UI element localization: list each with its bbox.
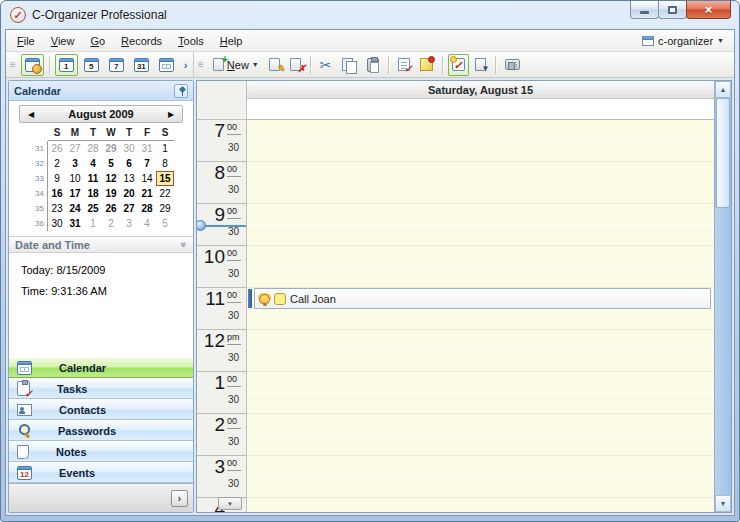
day-cell[interactable]: 14 [138,171,156,186]
day-cell[interactable]: 27 [66,141,84,156]
day-cell[interactable]: 26 [48,141,66,156]
day-cell[interactable]: 5 [102,156,120,171]
day-cell[interactable]: 28 [138,201,156,216]
day-cell[interactable]: 1 [156,141,174,156]
time-slot[interactable] [247,204,714,225]
delete-button[interactable]: ✗ [286,54,305,76]
day-cell[interactable]: 16 [48,186,66,201]
time-slot[interactable] [247,183,714,204]
day-cell[interactable]: 31 [138,141,156,156]
day-cell[interactable]: 26 [102,201,120,216]
day-cell[interactable]: 29 [102,141,120,156]
cut-button[interactable]: ✂ [316,54,336,76]
phone-dialer-button[interactable] [501,54,524,76]
toolbar-drag-handle-icon[interactable]: ≡ [198,59,204,70]
day-cell[interactable]: 30 [120,141,138,156]
day-cell[interactable]: 20 [120,186,138,201]
day-cell[interactable]: 11 [84,171,102,186]
pin-panel-button[interactable] [174,84,188,98]
menu-tools[interactable]: Tools [170,32,212,50]
day-cell[interactable]: 3 [66,156,84,171]
edit-button[interactable]: ✎ [265,54,284,76]
day-cell[interactable]: 3 [120,216,138,231]
day-cell[interactable]: 2 [48,156,66,171]
day-view-button[interactable]: 1 [55,54,78,76]
sidebar-item-tasks[interactable]: ✓Tasks [9,378,193,399]
scroll-up-button[interactable]: ▲ [715,81,731,98]
filter-button[interactable]: ▼ [471,54,490,76]
day-cell[interactable]: 8 [156,156,174,171]
time-slot[interactable] [247,267,714,288]
multi-day-view-button[interactable] [155,54,178,76]
scroll-time-down-button[interactable]: ▼ [218,497,242,510]
day-cell[interactable]: 12 [102,171,120,186]
minimize-button[interactable] [630,1,659,19]
menu-records[interactable]: Records [113,32,170,50]
day-cell[interactable]: 24 [66,201,84,216]
week-view-button[interactable]: 7 [105,54,128,76]
day-cell[interactable]: 6 [120,156,138,171]
new-button[interactable]: +New▼ [209,54,263,76]
time-slot[interactable] [247,309,714,330]
time-slot[interactable] [247,372,714,393]
paste-button[interactable] [363,54,383,76]
day-cell[interactable]: 18 [84,186,102,201]
expand-sidebar-button[interactable]: › [171,490,188,507]
day-cell[interactable]: 28 [84,141,102,156]
collapse-chevron-icon[interactable]: » [179,242,190,248]
time-slot[interactable] [247,141,714,162]
day-cell[interactable]: 5 [156,216,174,231]
time-slot[interactable] [247,330,714,351]
next-month-button[interactable]: ▶ [160,110,182,119]
day-cell[interactable]: 27 [120,201,138,216]
time-slot[interactable] [247,225,714,246]
scrollbar-track[interactable] [715,208,731,495]
c-organizer-menu[interactable]: c-organizer ▼ [635,33,731,49]
day-cell[interactable]: 17 [66,186,84,201]
day-cell[interactable]: 4 [84,156,102,171]
day-cell[interactable]: 23 [48,201,66,216]
prev-month-button[interactable]: ◀ [20,110,42,119]
menu-help[interactable]: Help [212,32,251,50]
menu-view[interactable]: View [43,32,83,50]
day-cell[interactable]: 10 [66,171,84,186]
time-slot[interactable] [247,120,714,141]
sidebar-item-calendar[interactable]: Calendar [9,357,193,378]
time-slot[interactable] [247,414,714,435]
day-cell[interactable]: 25 [84,201,102,216]
day-cell[interactable]: 13 [120,171,138,186]
month-view-button[interactable]: 31 [130,54,153,76]
day-cell[interactable]: 31 [66,216,84,231]
scroll-down-button[interactable]: ▼ [715,495,731,512]
day-cell[interactable]: 2 [102,216,120,231]
work-week-view-button[interactable]: 5 [80,54,103,76]
day-cell[interactable]: 1 [84,216,102,231]
menu-file[interactable]: File [9,32,43,50]
sidebar-item-events[interactable]: 12Events [9,462,193,483]
time-slot[interactable] [247,393,714,414]
sidebar-item-contacts[interactable]: Contacts [9,399,193,420]
toolbar-overflow-button[interactable]: › [179,57,193,73]
selected-day-cell[interactable]: 15 [156,171,174,186]
all-day-area[interactable] [247,99,714,120]
day-cell[interactable]: 9 [48,171,66,186]
toolbar-drag-handle-icon[interactable]: ≡ [10,59,16,70]
calendar-panel-toggle-button[interactable] [21,54,44,76]
maximize-button[interactable] [658,1,687,19]
day-cell[interactable]: 30 [48,216,66,231]
time-slot[interactable] [247,477,714,498]
time-slot[interactable] [247,456,714,477]
day-cell[interactable]: 7 [138,156,156,171]
scrollbar-thumb[interactable] [716,98,730,208]
sticky-note-button[interactable] [416,54,437,76]
task-list-button[interactable]: ✓ [394,54,414,76]
time-slot[interactable] [247,351,714,372]
time-slot[interactable] [247,435,714,456]
day-cell[interactable]: 22 [156,186,174,201]
day-cell[interactable]: 19 [102,186,120,201]
day-cell[interactable]: 29 [156,201,174,216]
time-slot[interactable] [247,498,714,512]
time-slot[interactable] [247,162,714,183]
day-cell[interactable]: 4 [138,216,156,231]
sidebar-item-passwords[interactable]: Passwords [9,420,193,441]
